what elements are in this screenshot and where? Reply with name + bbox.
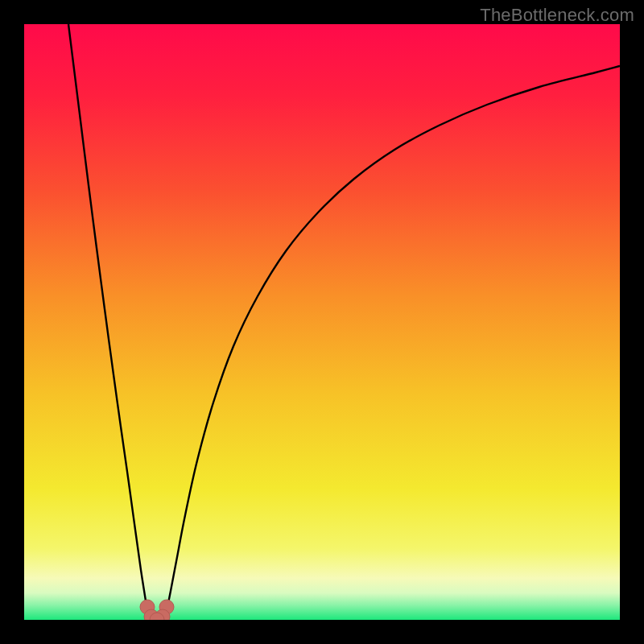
plot-area: [24, 24, 620, 620]
chart-frame: TheBottleneck.com: [0, 0, 644, 644]
gradient-background: [24, 24, 620, 620]
watermark-text: TheBottleneck.com: [480, 5, 634, 26]
plot-svg: [24, 24, 620, 620]
